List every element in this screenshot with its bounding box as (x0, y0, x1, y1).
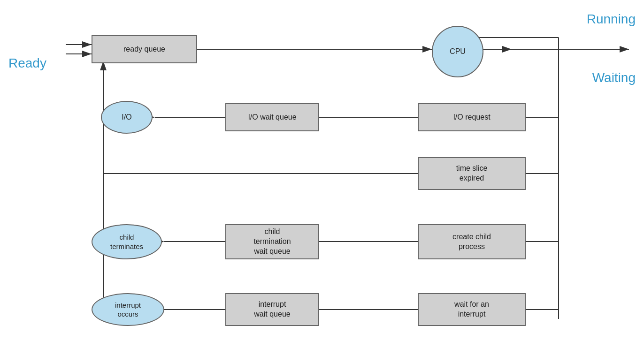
wait-interrupt-box: wait for an interrupt (418, 293, 526, 326)
running-label: Running (587, 12, 636, 27)
ready-queue-box: ready queue (92, 35, 197, 63)
waiting-label: Waiting (592, 70, 636, 85)
io-request-box: I/O request (418, 103, 526, 131)
create-child-box: create child process (418, 224, 526, 259)
time-slice-box: time slice expired (418, 157, 526, 190)
cpu-circle: CPU (432, 26, 483, 77)
child-term-wait-box: child termination wait queue (225, 224, 319, 259)
diagram-container: Ready Running Waiting ready queue CPU I/… (0, 0, 644, 348)
interrupt-occurs-ellipse: interrupt occurs (92, 293, 164, 326)
ready-label: Ready (8, 56, 46, 71)
io-circle: I/O (101, 101, 153, 134)
io-wait-queue-box: I/O wait queue (225, 103, 319, 131)
interrupt-wait-box: interrupt wait queue (225, 293, 319, 326)
child-terminates-ellipse: child terminates (92, 224, 162, 259)
